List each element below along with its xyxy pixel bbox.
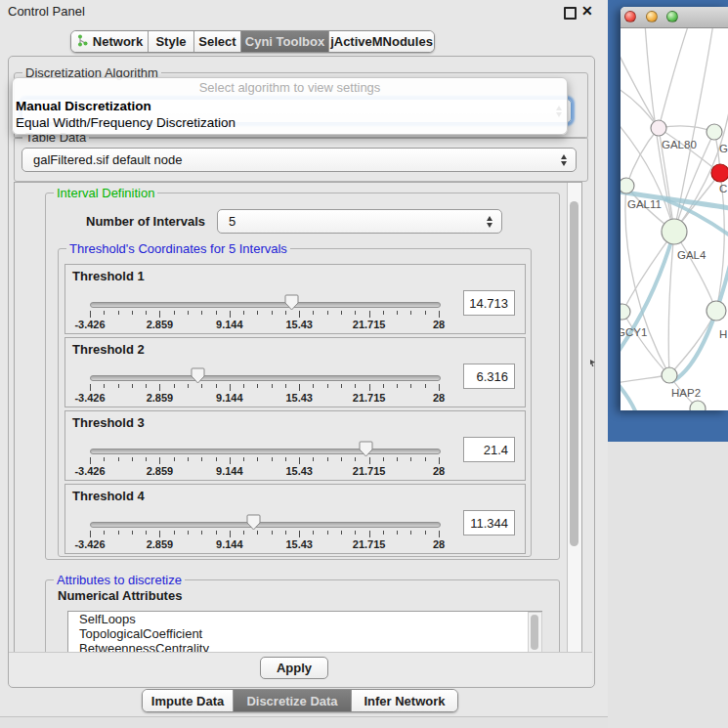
axis-tick-label: 2.859 [147, 538, 174, 550]
settings-vertical-scrollbar[interactable] [567, 183, 581, 653]
attribute-item-selfloops[interactable]: SelfLoops [68, 612, 541, 626]
slider-track[interactable] [90, 302, 441, 308]
axis-tick-label: 9.144 [216, 319, 243, 330]
bottom-strip [0, 717, 608, 728]
slider-axis-labels: -3.4262.8599.14415.4321.71528 [90, 538, 439, 550]
threshold-label: Threshold 3 [72, 415, 145, 430]
slider-ticks [90, 384, 439, 392]
network-icon [76, 34, 88, 50]
attribute-item-topologicalcoefficient[interactable]: TopologicalCoefficient [68, 626, 541, 641]
thresholds-group: Threshold's Coordinates for 5 Intervals … [58, 248, 532, 557]
network-canvas[interactable]: GAL80GCGAL11GAL4GCY1HHAP2 [621, 28, 728, 410]
node-gal80[interactable] [651, 120, 666, 136]
combo-spinner-icon [487, 216, 492, 228]
slider-track[interactable] [90, 449, 441, 454]
float-window-icon[interactable] [564, 7, 577, 20]
control-panel-titlebar: Control Panel ✕ [0, 0, 608, 23]
axis-tick-label: 15.43 [285, 392, 313, 404]
tab-cyni-toolbox[interactable]: Cyni Toolbox [240, 31, 328, 52]
number-of-intervals-combobox[interactable]: 5 [217, 209, 502, 234]
threshold-value-field[interactable]: 14.713 [463, 290, 515, 316]
axis-tick-label: -3.426 [74, 465, 105, 477]
slider-thumb[interactable] [359, 441, 373, 457]
bottom-tab-bar: Impute DataDiscretize DataInfer Network [142, 689, 458, 712]
numerical-attributes-list[interactable]: SelfLoopsTopologicalCoefficientBetweenne… [67, 611, 542, 654]
slider-track[interactable] [90, 375, 441, 381]
network-graph[interactable]: GAL80GCGAL11GAL4GCY1HHAP2 [621, 28, 728, 410]
close-icon[interactable]: ✕ [581, 3, 593, 19]
tab-infer-network[interactable]: Infer Network [351, 690, 457, 711]
axis-tick-label: 21.715 [353, 319, 386, 330]
attributes-scrollbar[interactable] [528, 612, 542, 654]
interval-definition-title: Interval Definition [54, 186, 157, 200]
node-hap2[interactable] [662, 367, 677, 383]
axis-tick-label: 28 [433, 392, 445, 404]
thresholds-group-title: Threshold's Coordinates for 5 Intervals [66, 241, 290, 256]
network-edge [621, 48, 659, 128]
node-c[interactable] [711, 164, 728, 182]
node-label: G [719, 143, 728, 154]
apply-button[interactable]: Apply [260, 657, 328, 679]
network-edge [621, 372, 640, 410]
node-gcy1[interactable] [621, 304, 630, 320]
tab-discretize-data[interactable]: Discretize Data [233, 690, 351, 711]
slider-ticks [90, 531, 439, 538]
control-panel: Control Panel ✕ NetworkStyleSelectCyni T… [0, 0, 609, 728]
threshold-value-field[interactable]: 6.316 [463, 364, 515, 389]
axis-tick-label: -3.426 [74, 392, 105, 404]
numerical-attributes-heading: Numerical Attributes [58, 588, 182, 603]
table-data-combobox[interactable]: galFiltered.sif default node [21, 148, 577, 172]
node-gal11[interactable] [621, 178, 634, 193]
axis-tick-label: 21.715 [353, 465, 386, 477]
axis-tick-label: 9.144 [216, 465, 243, 477]
tab-select[interactable]: Select [193, 31, 240, 52]
threshold-value-field[interactable]: 21.4 [463, 437, 515, 462]
table-panel: Table Panel ⚙ ✓ ✓ shared... name YDL19..… [608, 442, 728, 728]
tab-jactivemnodules[interactable]: jActiveMNodules [328, 31, 434, 52]
node-label: GAL11 [627, 198, 662, 210]
interval-definition-group: Interval Definition Number of Intervals … [45, 193, 560, 560]
algorithm-popup-prompt: Select algorithm to view settings [13, 78, 567, 98]
tab-network[interactable]: Network [71, 31, 148, 52]
minimize-traffic-light-icon[interactable] [646, 11, 658, 22]
attributes-group-title: Attributes to discretize [54, 573, 185, 587]
axis-tick-label: 28 [433, 538, 445, 550]
node-label: GAL4 [677, 249, 707, 261]
axis-tick-label: 15.43 [285, 319, 313, 330]
node-label: GCY1 [621, 326, 647, 338]
node-h[interactable] [707, 301, 726, 321]
axis-tick-label: 21.715 [353, 392, 386, 404]
slider-track[interactable] [90, 522, 441, 528]
algorithm-option-equal-width[interactable]: Equal Width/Frequency Discretization [13, 114, 567, 131]
tab-impute-data[interactable]: Impute Data [143, 690, 233, 711]
node-gal4[interactable] [662, 219, 687, 244]
axis-tick-label: 9.144 [216, 538, 243, 550]
axis-tick-label: 9.144 [216, 392, 243, 404]
node-label: C [719, 183, 727, 194]
axis-tick-label: 2.859 [147, 465, 174, 477]
threshold-label: Threshold 2 [72, 342, 145, 357]
node-g[interactable] [707, 124, 722, 140]
threshold-panel-2: Threshold 2-3.4262.8599.14415.4321.71528… [64, 337, 526, 407]
number-of-intervals-value: 5 [229, 214, 236, 229]
threshold-value-field[interactable]: 11.344 [463, 510, 515, 535]
slider-axis-labels: -3.4262.8599.14415.4321.71528 [90, 465, 439, 477]
slider-axis-labels: -3.4262.8599.14415.4321.71528 [90, 392, 439, 404]
tab-label: Cyni Toolbox [245, 34, 324, 49]
attributes-group: Attributes to discretize Numerical Attri… [45, 579, 560, 654]
slider-thumb[interactable] [191, 367, 205, 384]
slider-thumb[interactable] [284, 294, 299, 311]
network-window-titlebar[interactable] [621, 7, 728, 28]
slider-thumb[interactable] [246, 514, 261, 531]
axis-tick-label: 21.715 [353, 538, 386, 550]
tab-style[interactable]: Style [148, 31, 193, 52]
table-data-selected: galFiltered.sif default node [33, 152, 182, 167]
number-of-intervals-label: Number of Intervals [86, 214, 205, 229]
algorithm-option-manual[interactable]: Manual Discretization [13, 98, 567, 114]
tab-label: Select [198, 34, 236, 49]
node-unlabeled[interactable] [690, 401, 706, 410]
network-window: GAL80GCGAL11GAL4GCY1HHAP2 [621, 7, 728, 410]
zoom-traffic-light-icon[interactable] [666, 11, 678, 22]
network-edge [625, 186, 669, 375]
close-traffic-light-icon[interactable] [624, 11, 636, 22]
